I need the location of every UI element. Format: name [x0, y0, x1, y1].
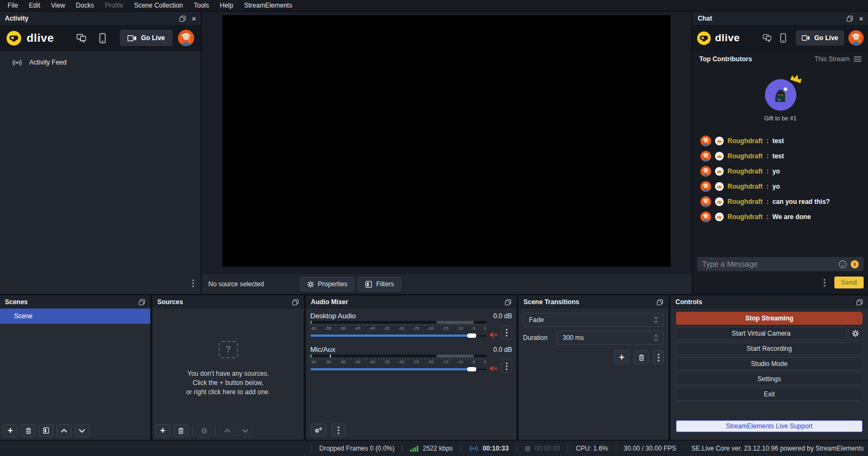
mobile-icon[interactable]: [780, 33, 786, 43]
filters-button[interactable]: Filters: [358, 277, 401, 291]
stop-streaming-button[interactable]: Stop Streaming: [676, 312, 863, 325]
emoji-icon[interactable]: [839, 260, 847, 268]
trash-icon: [177, 427, 184, 434]
menu-tools[interactable]: Tools: [188, 0, 214, 11]
start-recording-button[interactable]: Start Recording: [676, 342, 863, 355]
contributor-avatar[interactable]: [765, 79, 796, 111]
remove-transition-button[interactable]: [634, 350, 649, 364]
menu-edit[interactable]: Edit: [23, 0, 46, 11]
messages-icon[interactable]: [763, 34, 771, 42]
popout-icon[interactable]: [656, 299, 663, 306]
dlive-logo: [7, 31, 21, 46]
move-scene-up-button[interactable]: [56, 424, 72, 437]
transitions-toolbar: +: [523, 350, 664, 364]
messages-icon[interactable]: [76, 34, 86, 43]
slider-handle[interactable]: [467, 367, 476, 371]
transitions-dock-header: Scene Transitions: [519, 296, 668, 309]
chat-user-avatar[interactable]: [700, 181, 711, 192]
chat-username[interactable]: Roughdraft: [727, 183, 763, 190]
settings-button[interactable]: Settings: [676, 372, 863, 386]
meter-tick-labels: -60-55-50-45-40-35-30-25-20-15-10-50: [310, 326, 486, 331]
avatar[interactable]: [178, 30, 194, 46]
menu-view[interactable]: View: [46, 0, 71, 11]
volume-meter: [310, 321, 486, 324]
properties-button[interactable]: Properties: [300, 277, 355, 291]
close-icon[interactable]: ×: [859, 15, 863, 22]
chat-user-avatar[interactable]: [700, 211, 711, 222]
start-virtual-camera-button[interactable]: Start Virtual Camera: [676, 327, 846, 340]
chat-message-text: test: [773, 152, 784, 160]
mixer-title: Audio Mixer: [311, 298, 348, 306]
muted-speaker-icon[interactable]: [489, 365, 498, 372]
channel-menu-icon[interactable]: [501, 359, 512, 373]
mixer-dock-header: Audio Mixer: [306, 296, 516, 309]
chat-username[interactable]: Roughdraft: [727, 198, 763, 205]
virtual-camera-settings-button[interactable]: [848, 327, 863, 340]
menu-streamelements[interactable]: StreamElements: [239, 0, 298, 11]
hamburger-icon[interactable]: [854, 56, 861, 62]
dlive-emote-icon[interactable]: [851, 260, 859, 268]
chat-username[interactable]: Roughdraft: [727, 152, 763, 160]
duration-spinner[interactable]: 300 ms: [557, 331, 664, 345]
go-live-button[interactable]: Go Live: [796, 30, 844, 46]
send-button[interactable]: Send: [834, 277, 864, 288]
studio-mode-button[interactable]: Studio Mode: [676, 357, 863, 370]
chat-user-avatar[interactable]: [700, 166, 711, 177]
activity-feed-item[interactable]: Activity Feed: [0, 51, 201, 66]
chat-input-box[interactable]: [697, 257, 864, 271]
chat-user-avatar[interactable]: [700, 136, 711, 146]
exit-button[interactable]: Exit: [676, 388, 863, 401]
chat-username[interactable]: Roughdraft: [727, 137, 763, 145]
streamelements-support-link[interactable]: StreamElements Live Support: [676, 420, 863, 432]
chat-message-text: can you read this?: [773, 198, 830, 205]
volume-slider[interactable]: [310, 365, 486, 373]
remove-source-button[interactable]: [173, 424, 188, 437]
go-live-button[interactable]: Go Live: [120, 30, 173, 46]
spinner-arrows-icon[interactable]: [654, 317, 658, 323]
double-gear-icon: [314, 427, 323, 434]
audio-mixer-dock: Audio Mixer Desktop Audio 0.0 dB -60-55-…: [306, 296, 516, 440]
scene-list-item[interactable]: Scene: [0, 309, 150, 324]
question-icon: ?: [219, 341, 238, 358]
transition-select[interactable]: Fade: [523, 313, 664, 327]
add-transition-button[interactable]: +: [614, 350, 629, 364]
muted-speaker-icon[interactable]: [489, 331, 498, 338]
volume-slider[interactable]: [310, 332, 486, 339]
popout-icon[interactable]: [846, 15, 853, 22]
advanced-audio-button[interactable]: [310, 423, 327, 436]
avatar[interactable]: [848, 30, 864, 46]
popout-icon[interactable]: [179, 15, 186, 22]
remove-scene-button[interactable]: [21, 424, 36, 437]
menu-docks[interactable]: Docks: [71, 0, 99, 11]
popout-icon[interactable]: [505, 299, 512, 306]
activity-more-icon[interactable]: [192, 279, 194, 287]
chat-username[interactable]: Roughdraft: [727, 213, 763, 221]
popout-icon[interactable]: [138, 299, 145, 306]
chat-more-icon[interactable]: [824, 279, 826, 287]
move-scene-down-button[interactable]: [74, 424, 90, 437]
menu-file[interactable]: File: [2, 0, 23, 11]
menu-help[interactable]: Help: [214, 0, 239, 11]
preview-canvas[interactable]: [222, 15, 671, 267]
chat-user-avatar[interactable]: [700, 151, 711, 162]
channel-menu-icon[interactable]: [501, 325, 512, 339]
mixer-menu-icon[interactable]: [331, 423, 346, 436]
mobile-icon[interactable]: [99, 33, 106, 43]
chat-user-avatar[interactable]: [700, 196, 711, 207]
add-scene-button[interactable]: +: [3, 424, 18, 437]
menu-profile[interactable]: Profile: [99, 0, 129, 11]
chat-username[interactable]: Roughdraft: [727, 168, 763, 175]
slider-handle[interactable]: [467, 333, 476, 338]
scene-filters-button[interactable]: [39, 424, 54, 437]
spinner-arrows-icon[interactable]: [654, 335, 658, 341]
chat-input[interactable]: [702, 260, 835, 268]
popout-icon[interactable]: [856, 299, 863, 306]
add-source-button[interactable]: +: [155, 424, 170, 437]
transition-menu-icon[interactable]: [653, 350, 664, 364]
bitrate: 2522 kbps: [403, 445, 460, 452]
menu-scene-collection[interactable]: Scene Collection: [129, 0, 188, 11]
move-source-up-button: [220, 424, 235, 437]
close-icon[interactable]: ×: [192, 15, 196, 22]
popout-icon[interactable]: [292, 299, 299, 306]
sources-dock: Sources ? You don't have any sources. Cl…: [152, 296, 304, 440]
